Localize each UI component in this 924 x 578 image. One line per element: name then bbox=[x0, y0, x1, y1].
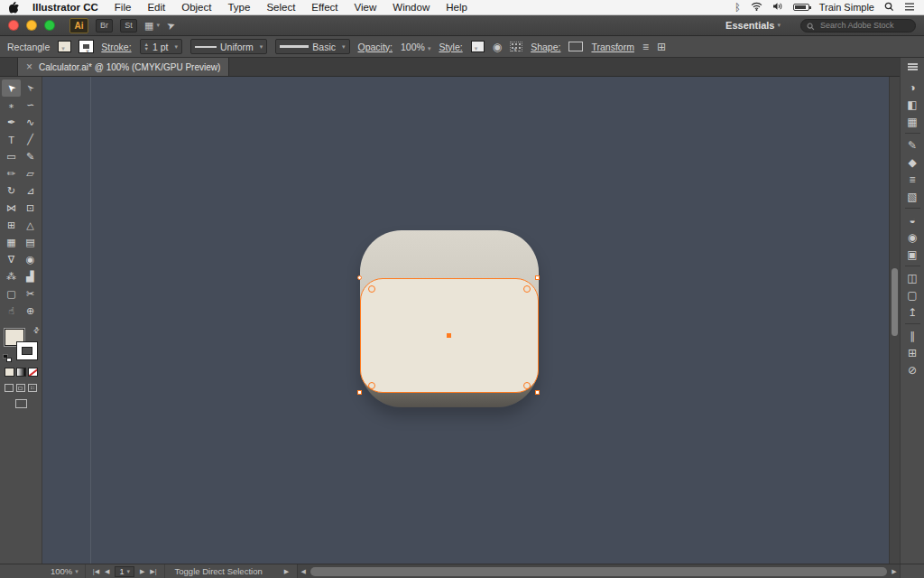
gradient-button[interactable] bbox=[16, 368, 26, 377]
none-button[interactable] bbox=[28, 368, 38, 377]
anchor-handle-bottom-right[interactable] bbox=[535, 390, 540, 395]
style-swatch[interactable] bbox=[471, 41, 485, 52]
pen-tool[interactable]: ✒ bbox=[2, 114, 21, 131]
rotate-tool[interactable]: ↻ bbox=[2, 182, 21, 200]
width-profile-dropdown[interactable]: Uniform bbox=[190, 39, 267, 54]
vertical-scrollbar[interactable] bbox=[889, 77, 900, 564]
panel-color-guide-icon[interactable]: ◧ bbox=[903, 96, 922, 113]
share-icon[interactable]: ➤ bbox=[167, 20, 175, 32]
menu-item[interactable]: Effect bbox=[311, 2, 337, 13]
canvas[interactable] bbox=[42, 77, 889, 564]
free-transform-tool[interactable]: ⊡ bbox=[21, 200, 40, 217]
gradient-tool[interactable]: ▤ bbox=[21, 234, 40, 251]
opacity-value[interactable]: 100% bbox=[401, 42, 430, 52]
type-tool[interactable]: T bbox=[2, 131, 21, 148]
volume-icon[interactable] bbox=[772, 2, 783, 13]
line-segment-tool[interactable]: ╱ bbox=[21, 131, 40, 148]
recolor-artwork-icon[interactable]: ◉ bbox=[493, 41, 502, 53]
draw-behind-button[interactable] bbox=[16, 384, 25, 392]
align-to-selection-icon[interactable] bbox=[510, 42, 522, 51]
hand-tool[interactable]: ☝ bbox=[2, 303, 21, 320]
panel-graphic-styles-icon[interactable]: ▣ bbox=[903, 246, 922, 263]
live-corner-widget-bottom-left[interactable] bbox=[368, 382, 375, 389]
perspective-grid-tool[interactable]: △ bbox=[21, 217, 40, 234]
workspace-switcher[interactable]: Essentials bbox=[725, 20, 781, 31]
draw-inside-button[interactable] bbox=[28, 384, 37, 392]
expand-panels-icon[interactable] bbox=[908, 63, 918, 70]
mesh-tool[interactable]: ▦ bbox=[2, 234, 21, 251]
user-account-label[interactable]: Train Simple bbox=[819, 2, 874, 13]
width-tool[interactable]: ⋈ bbox=[2, 200, 21, 217]
menu-item[interactable]: Type bbox=[227, 2, 250, 13]
direct-selection-tool[interactable]: ➢ bbox=[21, 79, 40, 97]
scroll-right-arrow[interactable]: ▶ bbox=[889, 568, 900, 575]
artboard-number-dropdown[interactable]: 1 bbox=[115, 566, 134, 577]
arrange-documents-icon[interactable]: ▦ bbox=[144, 20, 160, 32]
first-artboard-button[interactable]: |◀ bbox=[93, 568, 99, 575]
blend-tool[interactable]: ◉ bbox=[21, 251, 40, 268]
selection-tool[interactable]: ➤ bbox=[2, 79, 21, 97]
menu-item[interactable]: Select bbox=[266, 2, 295, 13]
panel-asset-export-icon[interactable]: ↥ bbox=[903, 303, 922, 321]
panel-color-icon[interactable]: ◑ bbox=[903, 79, 922, 96]
brush-dropdown[interactable]: Basic bbox=[275, 39, 349, 54]
fill-color-swatch[interactable] bbox=[58, 41, 71, 52]
zoom-window-button[interactable] bbox=[44, 20, 55, 31]
go-to-bridge-button[interactable]: Br bbox=[96, 19, 113, 33]
battery-icon[interactable] bbox=[793, 4, 809, 11]
style-panel-link[interactable]: Style: bbox=[439, 42, 462, 52]
search-input[interactable] bbox=[800, 19, 916, 33]
vertical-scrollbar-thumb[interactable] bbox=[892, 268, 898, 336]
stroke-weight-dropdown[interactable]: ▲▼ 1 pt bbox=[140, 39, 182, 54]
minimize-window-button[interactable] bbox=[26, 20, 37, 31]
magic-wand-tool[interactable]: ⁎ bbox=[2, 97, 21, 114]
panel-align-icon[interactable]: ∥ bbox=[903, 327, 922, 344]
draw-normal-button[interactable] bbox=[5, 384, 14, 392]
panel-gradient-icon[interactable]: ▧ bbox=[903, 188, 922, 205]
anchor-handle-bottom-left[interactable] bbox=[357, 390, 362, 395]
stroke-color-swatch[interactable] bbox=[79, 41, 93, 52]
spotlight-search-icon[interactable] bbox=[884, 2, 894, 14]
anchor-handle-top-left[interactable] bbox=[357, 275, 362, 280]
panel-stroke-icon[interactable]: ≡ bbox=[903, 171, 922, 188]
shaper-tool[interactable]: ✏ bbox=[2, 165, 21, 182]
shape-widget-icon[interactable] bbox=[568, 42, 583, 51]
shape-properties-label[interactable]: Shape: bbox=[531, 42, 560, 52]
shape-builder-tool[interactable]: ⊞ bbox=[2, 217, 21, 234]
scale-tool[interactable]: ⊿ bbox=[21, 182, 40, 200]
panel-layers-icon[interactable]: ◫ bbox=[903, 269, 922, 286]
adobe-stock-button[interactable]: St bbox=[120, 19, 137, 33]
stroke-color-well[interactable] bbox=[17, 342, 37, 359]
menu-item[interactable]: Edit bbox=[147, 2, 165, 13]
notification-center-icon[interactable] bbox=[904, 2, 915, 13]
wifi-icon[interactable] bbox=[751, 2, 762, 13]
previous-artboard-button[interactable]: ◀ bbox=[105, 568, 109, 575]
panel-brushes-icon[interactable]: ✎ bbox=[903, 136, 922, 154]
menu-item[interactable]: Window bbox=[393, 2, 430, 13]
document-tab[interactable]: × Calculator.ai* @ 100% (CMYK/GPU Previe… bbox=[17, 58, 229, 76]
panel-artboards-icon[interactable]: ▢ bbox=[903, 286, 922, 303]
menu-app-name[interactable]: Illustrator CC bbox=[32, 2, 98, 13]
apple-menu-icon[interactable] bbox=[9, 2, 19, 14]
menu-item[interactable]: Help bbox=[446, 2, 467, 13]
panel-transparency-icon[interactable]: ◒ bbox=[903, 211, 922, 228]
paintbrush-tool[interactable]: ✎ bbox=[21, 148, 40, 165]
lasso-tool[interactable]: ∽ bbox=[21, 97, 40, 114]
status-bar-menu-arrow[interactable]: ▶ bbox=[284, 568, 289, 575]
scroll-left-arrow[interactable]: ◀ bbox=[298, 568, 309, 575]
zoom-tool[interactable]: ⊕ bbox=[21, 303, 40, 320]
live-corner-widget-top-right[interactable] bbox=[523, 285, 531, 293]
color-button[interactable] bbox=[5, 368, 14, 377]
slice-tool[interactable]: ✂ bbox=[21, 285, 40, 303]
column-graph-tool[interactable]: ▟ bbox=[21, 268, 40, 285]
panel-symbols-icon[interactable]: ◆ bbox=[903, 154, 922, 171]
live-corner-widget-bottom-right[interactable] bbox=[523, 382, 531, 389]
eyedropper-tool[interactable]: ∇ bbox=[2, 251, 21, 268]
screen-mode-button[interactable] bbox=[15, 399, 27, 408]
artboard-tool[interactable]: ▢ bbox=[2, 285, 21, 303]
menu-item[interactable]: View bbox=[355, 2, 377, 13]
menu-item[interactable]: Object bbox=[181, 2, 211, 13]
horizontal-scrollbar-thumb[interactable] bbox=[310, 567, 887, 576]
menu-item[interactable]: File bbox=[115, 2, 132, 13]
close-document-icon[interactable]: × bbox=[26, 61, 32, 72]
